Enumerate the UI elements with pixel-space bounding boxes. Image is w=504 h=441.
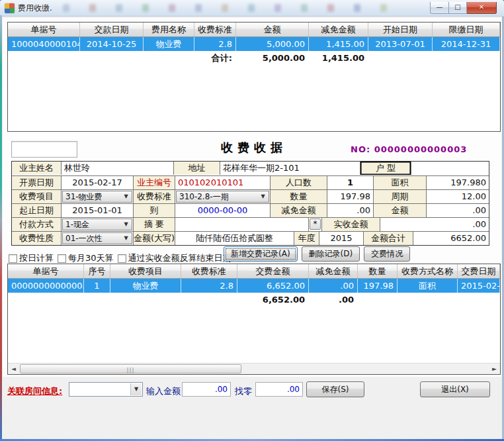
date-range-label: 起止日期 (12, 204, 61, 217)
quantity-value[interactable]: 197.98 (327, 190, 373, 203)
invoice-date-value[interactable]: 2015-02-17 (61, 176, 133, 189)
chevron-down-icon[interactable] (122, 220, 130, 228)
table-total-row: 合计: 5,000.00 1,415.00 (8, 51, 500, 65)
save-button[interactable]: 保存(S) (306, 381, 364, 397)
table-total-row: 6,652.00 .00 (8, 293, 500, 307)
payment-status-button[interactable]: 交费情况 (364, 246, 410, 262)
cell: 2015-02-17 (458, 279, 500, 293)
owner-name-value[interactable]: 林世玲 (61, 162, 173, 175)
column-header[interactable]: 减免金额 (309, 23, 368, 36)
population-value[interactable]: 1 (327, 176, 373, 189)
address-value[interactable]: 花样年华一期2-101 (220, 162, 360, 175)
titlebar[interactable]: 费用收缴. (0, 0, 504, 17)
column-header[interactable]: 开始日期 (368, 23, 433, 36)
amount-value[interactable]: .00 (426, 204, 489, 217)
receipt-form: 业主姓名 林世玲 地址 花样年华一期2-101 户 型 开票日期 2015-02… (11, 161, 489, 246)
cell: 6,652.00 (237, 279, 309, 293)
add-payment-record-button[interactable]: 新增交费记录(A) (224, 246, 298, 262)
column-header[interactable]: 金额 (236, 23, 309, 36)
related-room-dropdown[interactable] (69, 382, 143, 397)
summary-value[interactable] (175, 218, 308, 231)
column-header[interactable]: 收费方式名称 (398, 264, 458, 278)
minimize-button[interactable]: — (430, 2, 449, 14)
table-row[interactable]: 10000400001047 2014-10-25 物业费 2.8 5,000.… (8, 37, 500, 51)
year-value[interactable]: 2015 (319, 232, 363, 245)
fee-standard-value: 310-2.8-一期 (179, 191, 229, 203)
date-to-label: 到 (133, 204, 175, 217)
column-header[interactable]: 减免金额 (309, 264, 358, 278)
housetype-value[interactable] (411, 162, 489, 175)
received-label: 实收金额 (321, 218, 380, 231)
window-title: 费用收缴. (18, 3, 52, 14)
column-header[interactable]: 交款日期 (80, 23, 144, 36)
cell: 2.8 (181, 279, 237, 293)
daily-calc-label: 按日计算 (19, 252, 54, 264)
summary-label: 摘 要 (133, 218, 175, 231)
date-to-value[interactable]: 0000-00-00 (175, 204, 270, 217)
column-header[interactable]: 序号 (84, 264, 110, 278)
fee-nature-label: 收费性质 (12, 232, 61, 245)
year-label: 年度 (294, 232, 319, 245)
fee-nature-dropdown[interactable]: 01-一次性 (61, 232, 133, 245)
app-window: 费用收缴. — □ ✕ 单据号 交款日期 费用名称 收费标准 金额 减免金额 开… (0, 0, 504, 441)
column-header[interactable]: 费用名称 (144, 23, 194, 36)
maximize-button[interactable]: □ (449, 2, 467, 14)
population-label: 人口数 (270, 176, 327, 189)
chevron-down-icon[interactable] (122, 234, 130, 242)
chevron-down-icon[interactable] (259, 193, 267, 201)
cell: 物业费 (144, 37, 194, 51)
scroll-right-icon[interactable] (489, 364, 500, 374)
reverse-calc-checkbox[interactable] (118, 254, 126, 263)
pay-method-dropdown[interactable]: 1-现金 (61, 218, 133, 231)
column-header[interactable]: 交费金额 (237, 264, 309, 278)
fee-nature-value: 01-一次性 (65, 232, 103, 245)
table-row[interactable]: 00000000000003 1 物业费 2.8 6,652.00 .00 19… (8, 279, 500, 293)
column-header[interactable]: 数量 (358, 264, 398, 278)
total-label: 合计: (194, 51, 236, 65)
fee-standard-dropdown[interactable]: 310-2.8-一期 (175, 190, 270, 203)
column-header[interactable]: 单据号 (8, 264, 84, 278)
delete-record-button[interactable]: 删除记录(D) (302, 246, 360, 262)
cell: 197.98 (358, 279, 398, 293)
window-controls: — □ ✕ (430, 2, 497, 14)
column-header[interactable]: 收费标准 (181, 264, 237, 278)
summary-picker-button[interactable]: * (310, 219, 321, 230)
total-reduction: 1,415.00 (309, 51, 368, 65)
cell: 00000000000003 (8, 279, 84, 293)
cell (458, 293, 500, 307)
input-amount-field[interactable] (182, 382, 231, 397)
scroll-left-icon[interactable] (8, 364, 19, 374)
reduction-value[interactable]: .00 (327, 204, 373, 217)
column-header[interactable]: 交费日期 (458, 264, 500, 278)
month-30days-checkbox[interactable] (58, 254, 66, 263)
area-value[interactable]: 197.980 (426, 176, 489, 189)
change-field[interactable] (255, 382, 303, 397)
scrollbar-thumb[interactable] (20, 364, 241, 373)
exit-button[interactable]: 退出(X) (420, 381, 490, 397)
total-amount: 6,652.00 (237, 293, 309, 307)
received-value[interactable]: .00 (380, 218, 489, 231)
amount-label: 金额 (373, 204, 426, 217)
total-reduction: .00 (309, 293, 358, 307)
column-header[interactable]: 单据号 (8, 23, 80, 36)
chevron-down-icon[interactable] (130, 383, 142, 395)
close-button[interactable]: ✕ (467, 2, 497, 14)
change-label: 找零 (235, 385, 252, 397)
housetype-label: 户 型 (360, 162, 411, 175)
column-header[interactable]: 收费标准 (194, 23, 236, 36)
horizontal-scrollbar[interactable] (8, 363, 500, 374)
cell (368, 51, 433, 65)
pay-method-value: 1-现金 (65, 219, 89, 231)
date-from-value[interactable]: 2015-01-01 (61, 204, 133, 217)
daily-calc-checkbox[interactable] (9, 254, 17, 263)
fee-item-dropdown[interactable]: 31-物业费 (61, 190, 133, 203)
column-header[interactable]: 限缴日期 (433, 23, 500, 36)
amount-words-label: 金额(大写) (133, 232, 175, 245)
chevron-down-icon[interactable] (122, 193, 130, 201)
column-header[interactable]: 收费项目 (110, 264, 181, 278)
record-actions: 新增交费记录(A) 删除记录(D) 交费情况 (224, 246, 410, 262)
pending-fees-header: 单据号 交款日期 费用名称 收费标准 金额 减免金额 开始日期 限缴日期 (8, 23, 500, 37)
reverse-calc-label: 通过实收金额反算结束日期 (128, 252, 231, 264)
period-value[interactable]: 12.00 (426, 190, 489, 203)
owner-id-value[interactable]: 010102010101 (175, 176, 270, 189)
